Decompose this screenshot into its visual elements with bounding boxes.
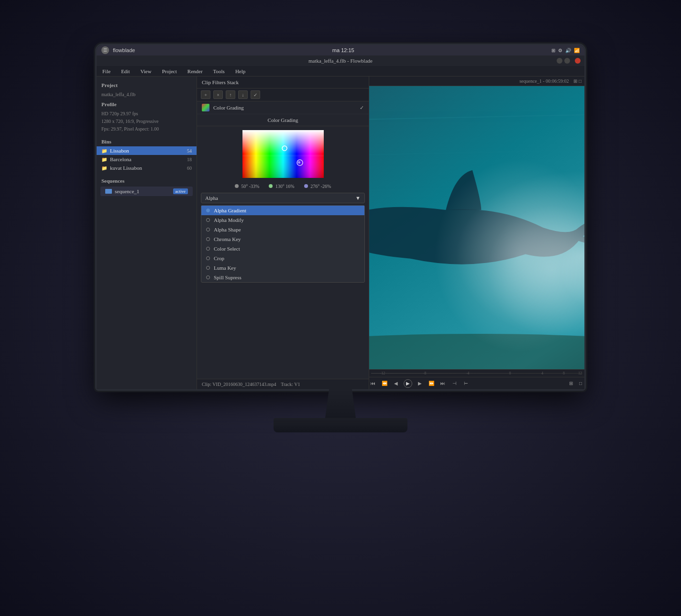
color-val-2: 130° 16% — [269, 184, 294, 189]
color-val-3: 276° -26% — [304, 184, 331, 189]
ruler-mark-7: 12 — [578, 371, 582, 375]
clip-info-text: Clip: VID_20160630_124637143.mp4 Track: … — [202, 382, 300, 387]
prev-mark-in[interactable]: ⊣ — [450, 380, 458, 387]
color-grading-icon — [202, 104, 209, 111]
os-menu-icon[interactable]: ☰ — [101, 46, 109, 54]
svg-rect-2 — [242, 156, 324, 178]
os-bar-left: ☰ flowblade — [101, 46, 135, 54]
bin-count-kuvat: 60 — [187, 165, 192, 171]
prev-next-btn[interactable]: ⏩ — [428, 380, 435, 387]
color-wheel[interactable]: ⊕ — [242, 130, 324, 178]
os-ctrl-1[interactable]: ⊞ — [551, 48, 555, 53]
menu-render[interactable]: Render — [186, 67, 205, 75]
alpha-label-spill: Spill Supress — [214, 275, 242, 280]
color-indicators: 50° -33% 130° 16% 276° -26% — [197, 182, 369, 191]
clip-info-bar: Clip: VID_20160630_124637143.mp4 Track: … — [197, 379, 369, 389]
prev-step-fwd-btn[interactable]: ▶ — [416, 380, 424, 387]
sequences-section: Sequences sequence_1 active — [97, 176, 197, 196]
alpha-item-crop[interactable]: Crop — [201, 253, 364, 263]
alpha-item-luma[interactable]: Luma Key — [201, 263, 364, 273]
alpha-item-shape[interactable]: Alpha Shape — [201, 225, 364, 234]
bin-name-barcelona: Barcelona — [110, 156, 132, 162]
sequence-icon — [105, 189, 112, 194]
maximize-button[interactable] — [564, 58, 570, 64]
close-button[interactable] — [575, 58, 581, 64]
filter-del-btn[interactable]: × — [213, 90, 223, 99]
alpha-item-chroma[interactable]: Chroma Key — [201, 234, 364, 244]
folder-icon-2: 📁 — [101, 157, 107, 162]
alpha-label-colorsel: Color Select — [214, 246, 240, 252]
prev-step-back-btn[interactable]: ◀ — [392, 380, 400, 387]
folder-icon: 📁 — [101, 148, 107, 154]
filter-color-grading[interactable]: Color Grading ✓ — [197, 101, 369, 114]
filter-down-btn[interactable]: ↓ — [238, 90, 248, 99]
bin-item-barcelona[interactable]: 📁 Barcelona 18 — [97, 155, 197, 164]
alpha-radio-modify — [206, 218, 210, 222]
alpha-radio-luma — [206, 266, 210, 270]
svg-text:⊕: ⊕ — [297, 160, 300, 165]
play-button[interactable]: ▶ — [404, 379, 412, 388]
filter-check-btn[interactable]: ✓ — [251, 90, 260, 99]
sequences-title: Sequences — [97, 176, 197, 186]
folder-icon-3: 📁 — [101, 165, 107, 171]
filter-up-btn[interactable]: ↑ — [226, 90, 235, 99]
menu-project[interactable]: Project — [160, 67, 179, 75]
sequence-name: sequence_1 — [115, 188, 139, 194]
color-val-1: 50° -33% — [235, 184, 260, 189]
preview-settings-btn[interactable]: □ — [577, 380, 584, 387]
prev-prev-btn[interactable]: ⏪ — [381, 380, 388, 387]
os-ctrl-4[interactable]: 📶 — [574, 48, 580, 53]
left-panel: Project matka_leffa_4.flb Profile HD 720… — [97, 77, 197, 389]
menu-view[interactable]: View — [138, 67, 153, 75]
minimize-button[interactable] — [557, 58, 562, 64]
alpha-label-shape: Alpha Shape — [214, 227, 241, 232]
os-ctrl-3[interactable]: 🔊 — [565, 48, 571, 53]
color-grading-section: Color Grading — [197, 114, 369, 191]
main-content: Project matka_leffa_4.flb Profile HD 720… — [97, 77, 584, 389]
alpha-dropdown[interactable]: Alpha ▼ — [201, 193, 365, 203]
menu-file[interactable]: File — [100, 67, 112, 75]
clip-filters-title: Clip Filters Stack — [202, 79, 239, 85]
menu-edit[interactable]: Edit — [119, 67, 132, 75]
menu-bar: File Edit View Project Render Tools Help — [97, 66, 584, 77]
bin-count-lissabon: 54 — [187, 148, 192, 154]
os-time: ma 12:15 — [332, 47, 354, 53]
ruler-mark-6: 8 — [563, 371, 565, 375]
preview-zoom-btn[interactable]: ⊞ — [567, 380, 575, 387]
profile-section-title: Profile — [97, 99, 197, 109]
monitor-stand-neck — [321, 389, 360, 418]
filter-add-btn[interactable]: + — [201, 90, 210, 99]
prev-end-btn[interactable]: ⏭ — [439, 380, 447, 387]
filter-color-grading-label: Color Grading — [213, 105, 244, 110]
alpha-item-modify[interactable]: Alpha Modify — [201, 215, 364, 225]
alpha-dropdown-arrow: ▼ — [355, 195, 361, 201]
preview-panel: sequence_1 - 00:06:59:02 ⊞ □ — [369, 77, 584, 389]
filter-enabled-check[interactable]: ✓ — [360, 105, 364, 111]
preview-ruler: -12 -8 -4 0 4 8 12 — [369, 369, 584, 377]
filters-panel: Clip Filters Stack + × ↑ ↓ ✓ Color Gradi… — [197, 77, 369, 389]
video-overlay — [369, 86, 584, 369]
menu-tools[interactable]: Tools — [211, 67, 227, 75]
color-wheel-container[interactable]: ⊕ — [197, 126, 369, 182]
prev-start-btn[interactable]: ⏮ — [369, 380, 377, 387]
bin-item-lissabon[interactable]: 📁 Lissabon 54 — [97, 146, 197, 155]
prev-mark-out[interactable]: ⊢ — [462, 380, 470, 387]
alpha-radio-crop — [206, 256, 210, 260]
window-controls — [557, 58, 570, 64]
alpha-list: Alpha Gradient Alpha Modify Alpha Shape … — [201, 205, 365, 283]
os-bar: ☰ flowblade ma 12:15 ⊞ ⚙ 🔊 📶 — [97, 45, 584, 55]
alpha-item-spill[interactable]: Spill Supress — [201, 273, 364, 282]
alpha-label-chroma: Chroma Key — [214, 236, 241, 242]
os-ctrl-2[interactable]: ⚙ — [558, 48, 562, 53]
os-bar-right: ⊞ ⚙ 🔊 📶 — [551, 48, 580, 53]
alpha-item-gradient[interactable]: Alpha Gradient — [201, 206, 364, 215]
sequence-item-1[interactable]: sequence_1 active — [100, 187, 193, 196]
bins-section: Bins 📁 Lissabon 54 📁 Barcelona 18 📁 kuva… — [97, 137, 197, 172]
monitor-screen: ☰ flowblade ma 12:15 ⊞ ⚙ 🔊 📶 matka_leffa… — [97, 45, 584, 389]
alpha-item-colorsel[interactable]: Color Select — [201, 244, 364, 253]
alpha-label-modify: Alpha Modify — [214, 217, 244, 223]
alpha-radio-spill — [206, 275, 210, 279]
menu-help[interactable]: Help — [233, 67, 247, 75]
sequence-info: sequence_1 - 00:06:59:02 — [519, 78, 569, 84]
bin-item-kuvat[interactable]: 📁 kuvat Lissabon 60 — [97, 164, 197, 172]
